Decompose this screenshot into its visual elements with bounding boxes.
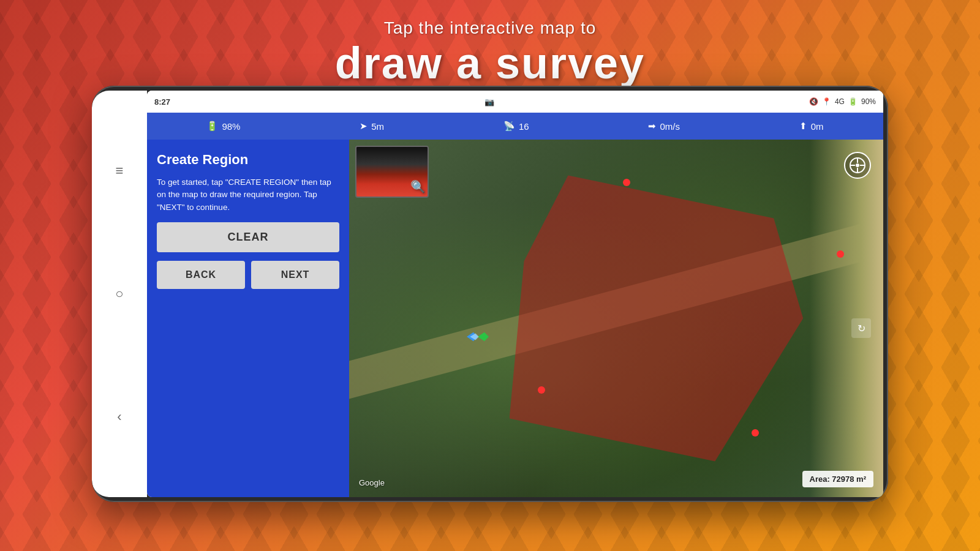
- area-label: Area: 72978 m²: [802, 471, 874, 487]
- location-icon: 📍: [822, 97, 831, 106]
- mute-icon: 🔇: [809, 97, 818, 106]
- altitude-bar-value: 0m: [811, 121, 824, 132]
- battery-info: 🔋 98%: [206, 121, 240, 132]
- bottom-buttons: BACK NEXT: [157, 261, 339, 289]
- left-panel: Create Region To get started, tap "CREAT…: [147, 140, 349, 497]
- title-text: draw a survey: [0, 38, 980, 88]
- clear-button[interactable]: CLEAR: [157, 222, 339, 252]
- survey-dot-1: [623, 179, 630, 186]
- map-beach: [810, 140, 883, 497]
- gps-info: ➤ 5m: [360, 121, 384, 132]
- next-button[interactable]: NEXT: [251, 261, 339, 289]
- satellite-info: 📡 16: [503, 121, 529, 132]
- map-thumbnail[interactable]: 🔍: [355, 146, 429, 198]
- satellite-bar-value: 16: [519, 121, 529, 132]
- status-bar: 8:27 📷 🔇 📍 4G 🔋 90%: [147, 91, 883, 113]
- survey-dot-3: [538, 386, 545, 394]
- survey-dot-2: [837, 250, 844, 258]
- drone-icon: [467, 326, 489, 348]
- info-bar: 🔋 98% ➤ 5m 📡 16 ➡ 0m/s ⬆ 0m: [147, 113, 883, 140]
- svg-point-4: [856, 163, 859, 167]
- home-icon[interactable]: ○: [115, 286, 123, 302]
- survey-dot-4: [752, 429, 759, 437]
- panel-title: Create Region: [157, 152, 339, 168]
- top-instruction: Tap the interactive map to draw a survey: [0, 18, 980, 88]
- battery-icon: 🔋: [848, 97, 858, 106]
- speed-bar-value: 0m/s: [660, 121, 680, 132]
- network-icon: 4G: [835, 97, 845, 106]
- hamburger-icon[interactable]: ≡: [116, 163, 124, 179]
- refresh-button[interactable]: ↻: [851, 318, 871, 338]
- battery-percent: 90%: [861, 97, 876, 106]
- map-area[interactable]: 🔍 ↻ Google: [349, 140, 883, 497]
- subtitle-text: Tap the interactive map to: [0, 18, 980, 38]
- gps-bar-icon: ➤: [360, 121, 368, 132]
- altitude-bar-icon: ⬆: [799, 121, 807, 132]
- back-button[interactable]: BACK: [157, 261, 245, 289]
- speed-info: ➡ 0m/s: [648, 121, 680, 132]
- speed-bar-icon: ➡: [648, 121, 656, 132]
- status-camera-icon: 📷: [484, 97, 494, 107]
- compass[interactable]: [844, 152, 871, 179]
- main-content: Create Region To get started, tap "CREAT…: [147, 140, 883, 497]
- tablet-device: ≡ ○ ‹ 8:27 📷 🔇 📍 4G 🔋 90% 🔋 98% ➤: [92, 86, 888, 502]
- battery-bar-value: 98%: [222, 121, 240, 132]
- side-nav: ≡ ○ ‹: [92, 91, 147, 497]
- svg-marker-1: [478, 332, 489, 340]
- tablet-screen: 8:27 📷 🔇 📍 4G 🔋 90% 🔋 98% ➤ 5m 📡 16: [147, 91, 883, 497]
- back-icon[interactable]: ‹: [117, 409, 121, 425]
- panel-description: To get started, tap "CREATE REGION" then…: [157, 176, 339, 214]
- altitude-info: ⬆ 0m: [799, 121, 824, 132]
- satellite-bar-icon: 📡: [503, 121, 515, 132]
- gps-bar-value: 5m: [371, 121, 384, 132]
- google-label: Google: [359, 478, 385, 487]
- status-time: 8:27: [154, 97, 170, 107]
- status-icons: 🔇 📍 4G 🔋 90%: [809, 97, 876, 106]
- battery-bar-icon: 🔋: [206, 121, 218, 132]
